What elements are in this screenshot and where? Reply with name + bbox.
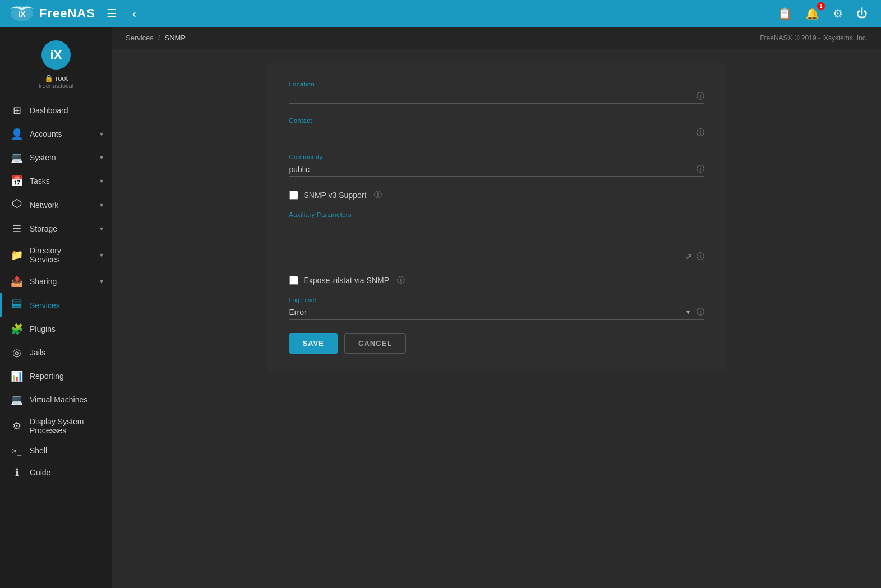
breadcrumb-current: SNMP bbox=[164, 34, 186, 42]
back-icon[interactable]: ‹ bbox=[128, 5, 141, 22]
svg-text:iX: iX bbox=[18, 10, 26, 18]
sidebar-item-system[interactable]: 💻 System ▾ bbox=[0, 146, 112, 169]
sidebar-item-label: Tasks bbox=[30, 177, 50, 186]
breadcrumb: Services / SNMP bbox=[126, 34, 186, 42]
contact-input[interactable] bbox=[289, 126, 704, 140]
community-help-icon[interactable]: ⓘ bbox=[697, 164, 704, 174]
community-input[interactable] bbox=[289, 163, 704, 177]
copyright-text: FreeNAS® © 2019 - iXsystems, Inc. bbox=[760, 34, 868, 42]
virtual-machines-icon: 💻 bbox=[11, 393, 23, 406]
snmp-v3-help-icon[interactable]: ⓘ bbox=[374, 190, 382, 200]
sidebar-item-network[interactable]: Network ▾ bbox=[0, 193, 112, 217]
sidebar-item-guide[interactable]: ℹ Guide bbox=[0, 461, 112, 484]
tasks-icon: 📅 bbox=[11, 175, 23, 187]
sidebar-item-label: Guide bbox=[30, 468, 50, 477]
sidebar-item-tasks[interactable]: 📅 Tasks ▾ bbox=[0, 169, 112, 193]
save-button[interactable]: SAVE bbox=[289, 333, 338, 354]
content-area: Location ⓘ Contact ⓘ Community ⓘ SNMP v3… bbox=[112, 49, 881, 385]
contact-field: Contact ⓘ bbox=[289, 117, 704, 140]
directory-services-icon: 📁 bbox=[11, 249, 23, 261]
sidebar-item-directory-services[interactable]: 📁 Directory Services ▾ bbox=[0, 240, 112, 270]
notifications-icon[interactable]: 🔔 1 bbox=[801, 4, 824, 22]
expand-icon[interactable]: ⇗ bbox=[685, 252, 692, 262]
aux-params-field: Auxiliary Parameters ⇗ ⓘ bbox=[289, 211, 704, 262]
cancel-button[interactable]: CANCEL bbox=[344, 333, 406, 354]
freenas-logo-icon: iX bbox=[9, 3, 35, 24]
svg-rect-3 bbox=[13, 300, 21, 302]
profile-username: 🔒 root bbox=[44, 74, 68, 82]
sidebar-item-storage[interactable]: ☰ Storage ▾ bbox=[0, 217, 112, 240]
sidebar-item-reporting[interactable]: 📊 Reporting bbox=[0, 364, 112, 388]
topbar: iX FreeNAS ☰ ‹ 📋 🔔 1 ⚙ ⏻ bbox=[0, 0, 881, 27]
dashboard-icon: ⊞ bbox=[11, 104, 23, 117]
sidebar-item-sharing[interactable]: 📤 Sharing ▾ bbox=[0, 270, 112, 293]
expose-zilstat-checkbox[interactable] bbox=[289, 276, 298, 285]
sidebar-item-label: Sharing bbox=[30, 277, 57, 286]
aux-help-icon[interactable]: ⓘ bbox=[697, 252, 704, 262]
select-arrow-icon: ▾ bbox=[686, 308, 690, 316]
snmp-v3-checkbox[interactable] bbox=[289, 191, 298, 200]
sidebar: iX 🔒 root freenas.local ⊞ Dashboard 👤 Ac… bbox=[0, 27, 112, 588]
location-input[interactable] bbox=[289, 90, 704, 104]
sidebar-item-label: Plugins bbox=[30, 325, 56, 334]
location-help-icon[interactable]: ⓘ bbox=[697, 91, 704, 101]
log-level-wrapper: Emergency Alert Critical Error Warning N… bbox=[289, 305, 704, 320]
sidebar-item-label: Shell bbox=[30, 446, 47, 455]
breadcrumb-bar: Services / SNMP FreeNAS® © 2019 - iXsyst… bbox=[112, 27, 881, 49]
contact-label: Contact bbox=[289, 117, 704, 124]
sidebar-item-jails[interactable]: ◎ Jails bbox=[0, 341, 112, 364]
sidebar-item-shell[interactable]: >_ Shell bbox=[0, 441, 112, 461]
chevron-down-icon: ▾ bbox=[100, 177, 103, 185]
menu-icon[interactable]: ☰ bbox=[102, 4, 121, 22]
topbar-left: iX FreeNAS ☰ ‹ bbox=[9, 3, 141, 24]
location-label: Location bbox=[289, 81, 704, 87]
sidebar-item-accounts[interactable]: 👤 Accounts ▾ bbox=[0, 122, 112, 146]
chevron-down-icon: ▾ bbox=[100, 251, 103, 259]
sidebar-item-display-system-processes[interactable]: ⚙ Display System Processes bbox=[0, 411, 112, 441]
sidebar-item-label: Display System Processes bbox=[30, 417, 103, 435]
chevron-down-icon: ▾ bbox=[100, 201, 103, 209]
power-icon[interactable]: ⏻ bbox=[852, 5, 872, 22]
avatar: iX bbox=[41, 40, 71, 70]
breadcrumb-parent[interactable]: Services bbox=[126, 34, 154, 42]
chevron-down-icon: ▾ bbox=[100, 130, 103, 138]
sidebar-item-services[interactable]: Services bbox=[0, 293, 112, 317]
app-name: FreeNAS bbox=[39, 6, 95, 21]
location-field: Location ⓘ bbox=[289, 81, 704, 104]
expose-zilstat-help-icon[interactable]: ⓘ bbox=[397, 275, 405, 285]
sidebar-item-label: Reporting bbox=[30, 372, 64, 381]
community-field: Community ⓘ bbox=[289, 154, 704, 177]
topbar-right: 📋 🔔 1 ⚙ ⏻ bbox=[773, 4, 872, 22]
avatar-initials: iX bbox=[50, 48, 62, 62]
log-level-select[interactable]: Emergency Alert Critical Error Warning N… bbox=[289, 305, 686, 319]
clipboard-icon[interactable]: 📋 bbox=[773, 4, 796, 22]
sidebar-item-label: Storage bbox=[30, 224, 57, 233]
contact-help-icon[interactable]: ⓘ bbox=[697, 128, 704, 138]
chevron-down-icon: ▾ bbox=[100, 154, 103, 161]
services-icon bbox=[11, 299, 23, 312]
sidebar-item-label: Jails bbox=[30, 348, 45, 357]
sidebar-item-label: Directory Services bbox=[30, 246, 93, 264]
form-actions: SAVE CANCEL bbox=[289, 333, 704, 354]
sidebar-item-plugins[interactable]: 🧩 Plugins bbox=[0, 317, 112, 341]
aux-params-input[interactable] bbox=[289, 220, 704, 247]
app-logo: iX FreeNAS bbox=[9, 3, 95, 24]
snmp-v3-label: SNMP v3 Support bbox=[304, 191, 367, 200]
log-level-help-icon[interactable]: ⓘ bbox=[697, 307, 704, 317]
svg-rect-5 bbox=[13, 306, 21, 308]
aux-params-label: Auxiliary Parameters bbox=[289, 211, 704, 218]
sidebar-item-dashboard[interactable]: ⊞ Dashboard bbox=[0, 99, 112, 122]
expose-zilstat-label: Expose zilstat via SNMP bbox=[304, 276, 390, 285]
user-profile: iX 🔒 root freenas.local bbox=[0, 31, 112, 96]
reporting-icon: 📊 bbox=[11, 370, 23, 382]
sidebar-item-label: System bbox=[30, 153, 56, 162]
accounts-icon: 👤 bbox=[11, 128, 23, 140]
expose-zilstat-row: Expose zilstat via SNMP ⓘ bbox=[289, 275, 704, 285]
notification-badge: 1 bbox=[817, 2, 825, 10]
sidebar-item-label: Services bbox=[30, 301, 60, 310]
breadcrumb-separator: / bbox=[158, 34, 160, 42]
svg-marker-2 bbox=[13, 200, 21, 208]
sidebar-item-virtual-machines[interactable]: 💻 Virtual Machines bbox=[0, 388, 112, 411]
guide-icon: ℹ bbox=[11, 466, 23, 479]
settings-icon[interactable]: ⚙ bbox=[828, 4, 847, 22]
